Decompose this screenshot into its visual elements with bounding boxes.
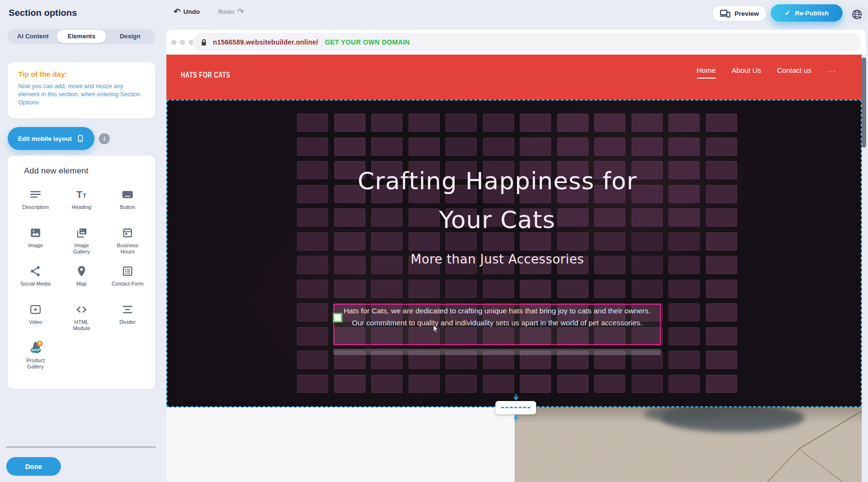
pavement-photo (515, 407, 862, 482)
hero-grid-cell (409, 232, 440, 251)
add-element-social-media[interactable]: Social Media (12, 259, 59, 297)
site-logo[interactable]: HATS FOR CATS (181, 70, 230, 80)
section-height-resize-handle[interactable] (495, 401, 536, 414)
add-element-title: Add new element (24, 166, 88, 176)
button-icon (121, 186, 134, 203)
hero-grid-cell (446, 232, 477, 251)
hero-grid-cell (371, 232, 402, 251)
next-section-background (166, 407, 515, 482)
hero-grid-cell (371, 114, 402, 132)
hero-grid-cell (594, 375, 625, 393)
add-element-contact-form[interactable]: Contact Form (105, 259, 151, 297)
html-module-icon (75, 301, 88, 318)
add-element-heading[interactable]: TTHeading (59, 182, 105, 220)
hero-grid-cell (334, 280, 365, 298)
element-label: Divider (119, 319, 136, 325)
info-icon[interactable]: i (99, 133, 110, 144)
hero-body-line2: Our commitment to quality and individual… (334, 317, 660, 329)
site-nav: HomeAbout UsContact us··· (697, 66, 836, 79)
hero-grid-cell (371, 375, 402, 393)
hero-grid-cell (297, 280, 328, 298)
image-icon (29, 224, 42, 241)
hero-grid-cell (706, 351, 737, 369)
add-element-video[interactable]: Video (12, 297, 59, 335)
hero-grid-cell (409, 280, 440, 298)
add-element-image[interactable]: Image (12, 220, 59, 259)
hero-grid-cell (446, 138, 477, 156)
undo-button[interactable]: ↶ Undo (174, 8, 200, 15)
nav-more-icon[interactable]: ··· (827, 66, 836, 75)
hero-grid-cell (297, 351, 328, 369)
hero-grid-cell (669, 375, 700, 393)
add-element-description[interactable]: Description (12, 182, 59, 220)
preview-scrollbar[interactable] (862, 57, 866, 148)
hero-grid-cell (706, 280, 737, 298)
browser-dot (171, 40, 176, 45)
hero-grid-cell (594, 280, 625, 298)
add-element-product-gallery[interactable]: SHOPProduct Gallery (12, 335, 59, 374)
hero-grid-cell (446, 280, 477, 298)
element-label: Heading (72, 204, 92, 210)
hero-subheading[interactable]: More than Just Accessories (166, 252, 828, 266)
add-element-html-module[interactable]: HTML Module (59, 297, 105, 335)
hero-heading-line2[interactable]: Your Cats (166, 206, 828, 234)
hero-section-selected[interactable]: Crafting Happiness for Your Cats More th… (166, 100, 862, 407)
hero-grid-cell (446, 375, 477, 393)
hero-grid-cell (706, 114, 737, 132)
nav-contact-us[interactable]: Contact us (777, 66, 811, 78)
preview-button[interactable]: Preview (712, 5, 767, 22)
site-preview: HATS FOR CATS HomeAbout UsContact us··· … (166, 55, 862, 482)
edit-mobile-layout-button[interactable]: Edit mobile layout (8, 127, 94, 150)
hero-grid-cell (557, 280, 588, 298)
republish-button[interactable]: ✓ Re-Publish (771, 4, 843, 22)
hero-grid-cell (669, 351, 700, 369)
language-globe-button[interactable] (847, 4, 867, 24)
hero-grid-cell (297, 375, 328, 393)
arrow-down-icon (513, 394, 519, 401)
business-hours-icon (121, 224, 134, 241)
tab-ai-content[interactable]: AI Content (9, 30, 57, 43)
hero-grid-cell (371, 280, 402, 298)
description-icon (29, 186, 42, 203)
nav-home[interactable]: Home (697, 66, 716, 79)
site-header[interactable]: HATS FOR CATS HomeAbout UsContact us··· (166, 55, 862, 100)
hero-grid-cell (297, 138, 328, 156)
hero-grid-cell (297, 232, 328, 251)
nav-about-us[interactable]: About Us (732, 66, 762, 78)
get-your-own-domain-link[interactable]: GET YOUR OWN DOMAIN (325, 38, 410, 46)
republish-label: Re-Publish (795, 10, 829, 17)
contact-form-icon (121, 263, 134, 280)
website-builder-app: Section options AI ContentElementsDesign… (0, 0, 868, 482)
hero-grid-cell (557, 232, 588, 251)
element-label: Product Gallery (19, 357, 52, 370)
hero-grid-cell (632, 375, 663, 393)
hero-grid-cell (297, 303, 328, 321)
redo-button[interactable]: Redo ↷ (218, 8, 244, 15)
hero-grid-cell (483, 138, 514, 156)
element-label: Image Gallery (65, 242, 98, 255)
add-element-business-hours[interactable]: Business Hours (105, 220, 151, 259)
url-bar[interactable]: n1566589.websitebuilder.online/ GET YOUR… (193, 33, 861, 51)
done-button[interactable]: Done (6, 457, 61, 476)
globe-icon (851, 9, 863, 20)
add-element-divider[interactable]: Divider (105, 297, 151, 335)
hero-heading-line1[interactable]: Crafting Happiness for (166, 167, 828, 195)
hero-text-element-selected[interactable]: Hats for Cats, we are dedicated to craft… (333, 304, 661, 345)
hero-grid-cell (446, 114, 477, 132)
add-element-button[interactable]: Button (105, 182, 151, 220)
element-hover-placeholder (333, 349, 661, 355)
product-gallery-icon: SHOP (27, 339, 44, 356)
tip-of-the-day-card: Tip of the day: Now you can add, move an… (8, 62, 155, 118)
heading-icon: TT (75, 186, 88, 203)
element-resize-handle[interactable] (333, 313, 342, 322)
tab-elements[interactable]: Elements (57, 30, 106, 43)
done-label: Done (25, 463, 42, 471)
hero-grid-cell (669, 280, 700, 298)
hero-grid-cell (706, 375, 737, 393)
site-url[interactable]: n1566589.websitebuilder.online/ (213, 38, 318, 46)
tab-design[interactable]: Design (106, 30, 154, 43)
map-icon (75, 263, 88, 280)
add-element-image-gallery[interactable]: Image Gallery (59, 220, 105, 259)
add-element-map[interactable]: Map (59, 259, 105, 297)
video-icon (29, 301, 42, 318)
